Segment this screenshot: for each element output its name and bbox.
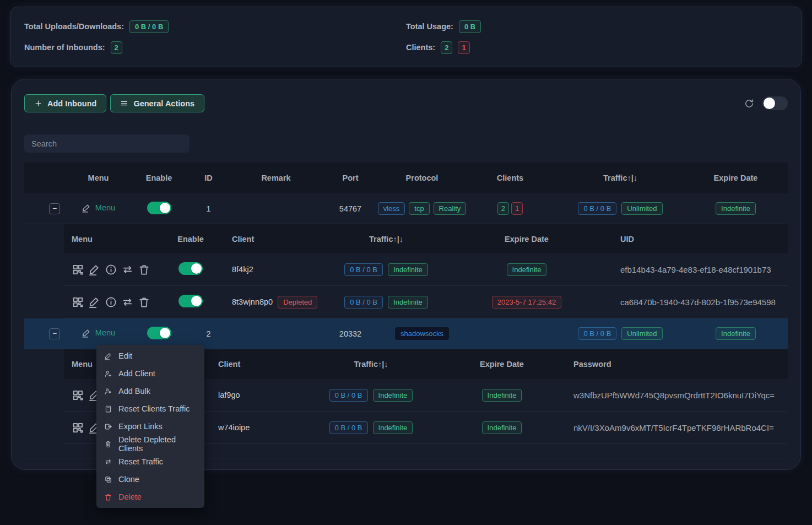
- search-input[interactable]: [24, 134, 190, 153]
- general-actions-label: General Actions: [133, 99, 194, 108]
- quota-badge: Indefinite: [388, 263, 428, 276]
- header-enable: Enable: [166, 235, 215, 243]
- qr-code-icon[interactable]: [72, 263, 84, 276]
- plus-icon: [34, 99, 42, 107]
- stat-label: Clients:: [406, 43, 435, 52]
- header-protocol: Protocol: [381, 174, 463, 182]
- expire-badge: Indefinite: [482, 421, 522, 434]
- client-enable-switch[interactable]: [178, 295, 203, 307]
- dark-mode-toggle[interactable]: [762, 96, 788, 110]
- stat-label: Number of Inbounds:: [24, 43, 105, 52]
- menu-item-delete-depleted-clients[interactable]: Delete Depleted Clients: [96, 435, 204, 453]
- inbound-menu-link[interactable]: Menu: [82, 328, 115, 338]
- security-tag: Reality: [434, 202, 467, 215]
- menu-item-export-links[interactable]: Export Links: [96, 418, 204, 435]
- menu-item-add-client[interactable]: Add Client: [96, 365, 204, 382]
- clients-table-header: Menu Enable Client Traffic↑|↓ Expire Dat…: [64, 224, 788, 253]
- header-traffic-sort[interactable]: Traffic↑|↓: [317, 235, 455, 243]
- menu-item-delete[interactable]: Delete: [96, 488, 204, 506]
- menu-item-edit[interactable]: Edit: [96, 347, 204, 365]
- traffic-badge: 0 B / 0 B: [344, 263, 383, 276]
- enable-switch[interactable]: [147, 202, 171, 214]
- pencil-icon: [82, 328, 91, 338]
- expire-badge: Indefinite: [507, 263, 547, 276]
- header-traffic-sort[interactable]: Traffic↑|↓: [557, 174, 684, 182]
- enable-switch[interactable]: [147, 327, 171, 339]
- delete-depleted-icon: [104, 440, 112, 448]
- header-enable: Enable: [133, 174, 185, 182]
- menu-item-clone[interactable]: Clone: [96, 470, 204, 488]
- menu-item-add-bulk[interactable]: Add Bulk: [96, 382, 204, 400]
- traffic-badge: 0 B / 0 B: [578, 327, 616, 340]
- reset-traffic-icon[interactable]: [121, 296, 134, 308]
- stat-label: Total Uploads/Downloads:: [24, 22, 124, 31]
- info-icon[interactable]: [105, 296, 117, 308]
- inbound-port: 54767: [320, 204, 381, 213]
- clients-active-badge: 2: [497, 202, 509, 215]
- expire-badge: Indefinite: [716, 202, 756, 215]
- stat-clients: Clients: 2 1: [406, 39, 788, 56]
- clients-table-inbound-1: Menu Enable Client Traffic↑|↓ Expire Dat…: [64, 224, 788, 318]
- stat-total-uploads-downloads: Total Uploads/Downloads: 0 B / 0 B: [24, 18, 406, 35]
- export-links-icon: [104, 423, 112, 431]
- expire-badge: Indefinite: [482, 389, 522, 402]
- clients-active-badge: 2: [441, 41, 452, 54]
- collapse-row-button[interactable]: −: [49, 203, 60, 214]
- traffic-badge: 0 B / 0 B: [578, 202, 616, 215]
- menu-item-reset-clients-traffic[interactable]: Reset Clients Traffic: [96, 400, 204, 418]
- client-uid: efb14b43-4a79-4e83-ef18-e48cf1901b73: [598, 265, 788, 274]
- inbound-id: 2: [185, 329, 232, 338]
- refresh-icon[interactable]: [744, 98, 755, 109]
- header-uid: UID: [598, 235, 788, 243]
- edit-icon[interactable]: [88, 263, 101, 276]
- pencil-icon: [82, 203, 91, 213]
- header-client: Client: [215, 235, 317, 243]
- traffic-limit-badge: Unlimited: [621, 202, 662, 215]
- client-password: w3NfbzUPf5WWd745Q8pvsmQrdrttT2IO6knuI7Di…: [562, 391, 788, 400]
- add-inbound-button[interactable]: Add Inbound: [24, 94, 106, 112]
- inbound-context-menu: Edit Add Client Add Bulk Reset Clients T…: [96, 345, 204, 508]
- header-id: ID: [185, 174, 232, 182]
- stat-value-badge: 2: [111, 41, 122, 54]
- header-remark: Remark: [232, 174, 320, 182]
- add-bulk-icon: [104, 387, 112, 396]
- qr-code-icon[interactable]: [72, 421, 84, 434]
- trash-icon[interactable]: [138, 263, 150, 276]
- inbounds-table-header: Menu Enable ID Remark Port Protocol Clie…: [24, 163, 788, 193]
- trash-icon[interactable]: [138, 296, 150, 308]
- qr-code-icon[interactable]: [72, 389, 84, 402]
- stat-number-of-inbounds: Number of Inbounds: 2: [24, 39, 406, 56]
- info-icon[interactable]: [105, 263, 117, 276]
- client-password: nkV/I/3XoAm9v6xMT/T5IcrF4TpeTKF98rHARbRo…: [562, 423, 788, 432]
- header-port: Port: [320, 174, 381, 182]
- traffic-limit-badge: Unlimited: [621, 327, 662, 340]
- general-actions-button[interactable]: General Actions: [110, 94, 204, 112]
- header-password: Password: [562, 360, 788, 369]
- delete-icon: [104, 493, 112, 501]
- quota-badge: Indefinite: [388, 296, 428, 308]
- inbound-port: 20332: [320, 329, 381, 338]
- traffic-badge: 0 B / 0 B: [329, 389, 368, 402]
- traffic-badge: 0 B / 0 B: [344, 296, 383, 308]
- expire-badge: Indefinite: [716, 327, 756, 340]
- client-name: 8t3wjnn8p0: [232, 297, 273, 306]
- client-enable-switch[interactable]: [178, 262, 203, 275]
- clients-depleted-badge: 1: [511, 202, 523, 215]
- depleted-badge: Depleted: [278, 296, 317, 308]
- menu-item-reset-traffic[interactable]: Reset Traffic: [96, 453, 204, 470]
- stat-value-badge: 0 B / 0 B: [129, 20, 169, 33]
- inbound-menu-link[interactable]: Menu: [82, 203, 115, 213]
- header-traffic-sort[interactable]: Traffic↑|↓: [301, 360, 441, 369]
- stat-total-usage: Total Usage: 0 B: [406, 18, 788, 35]
- header-expire-date: Expire Date: [441, 360, 562, 369]
- collapse-row-button[interactable]: −: [49, 328, 60, 339]
- header-expire-date: Expire Date: [684, 174, 788, 182]
- search-box: [24, 134, 788, 153]
- reset-traffic-icon[interactable]: [121, 263, 134, 276]
- add-client-icon: [104, 370, 112, 378]
- clients-depleted-badge: 1: [458, 41, 469, 54]
- qr-code-icon[interactable]: [72, 296, 84, 308]
- edit-icon[interactable]: [88, 296, 101, 308]
- stat-value-badge: 0 B: [459, 20, 481, 33]
- header-menu: Menu: [64, 174, 133, 182]
